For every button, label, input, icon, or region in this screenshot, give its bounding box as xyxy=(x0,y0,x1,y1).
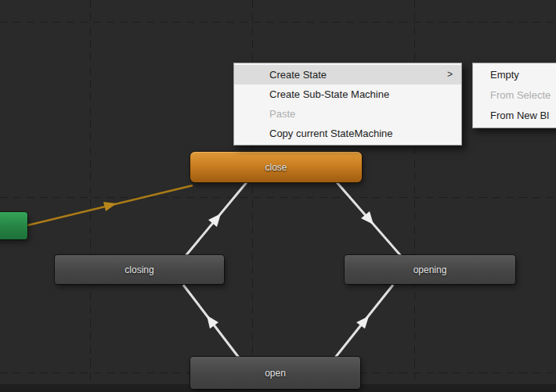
transition-close-to-opening[interactable] xyxy=(337,182,401,256)
menu-item-label: From Selecte xyxy=(490,89,551,101)
menu-item-create-sub-state-machine[interactable]: Create Sub-State Machine xyxy=(234,85,461,104)
transitions-layer xyxy=(0,0,556,392)
state-node-close[interactable]: close xyxy=(190,152,362,182)
menu-item-copy-current-statemachine[interactable]: Copy current StateMachine xyxy=(234,124,461,143)
submenu-item-from-selected: From Selecte xyxy=(473,85,556,106)
menu-item-create-state[interactable]: Create State > xyxy=(234,65,461,85)
state-label: opening xyxy=(413,264,447,275)
create-state-submenu: Empty From Selecte From New Bl xyxy=(472,63,556,128)
state-label: close xyxy=(265,162,287,173)
menu-item-label: Paste xyxy=(269,108,295,120)
menu-item-paste: Paste xyxy=(234,104,461,124)
state-label: open xyxy=(265,368,286,379)
menu-item-label: Empty xyxy=(490,69,519,81)
transition-closing-to-close[interactable] xyxy=(186,182,247,256)
entry-node[interactable] xyxy=(0,212,27,239)
menu-item-label: Create Sub-State Machine xyxy=(269,88,389,100)
state-node-closing[interactable]: closing xyxy=(55,255,224,284)
menu-item-label: From New Bl xyxy=(490,110,549,121)
submenu-item-from-new-blend-tree[interactable]: From New Bl xyxy=(473,106,556,126)
transition-open-to-closing[interactable] xyxy=(183,285,239,358)
animator-graph-window: { "app": {"name": "Animator State Machin… xyxy=(0,0,556,392)
context-menu: Create State > Create Sub-State Machine … xyxy=(233,63,462,146)
submenu-item-empty[interactable]: Empty xyxy=(473,65,556,85)
submenu-arrow-icon: > xyxy=(447,65,453,85)
state-node-opening[interactable]: opening xyxy=(345,255,515,284)
menu-item-label: Create State xyxy=(269,69,327,81)
state-label: closing xyxy=(125,264,153,275)
transition-open-to-opening[interactable] xyxy=(335,285,393,358)
graph-canvas[interactable]: close closing opening open Create State … xyxy=(0,0,556,392)
menu-item-label: Copy current StateMachine xyxy=(269,128,393,139)
state-node-open[interactable]: open xyxy=(190,357,360,389)
transition-entry-to-close[interactable] xyxy=(27,185,193,225)
